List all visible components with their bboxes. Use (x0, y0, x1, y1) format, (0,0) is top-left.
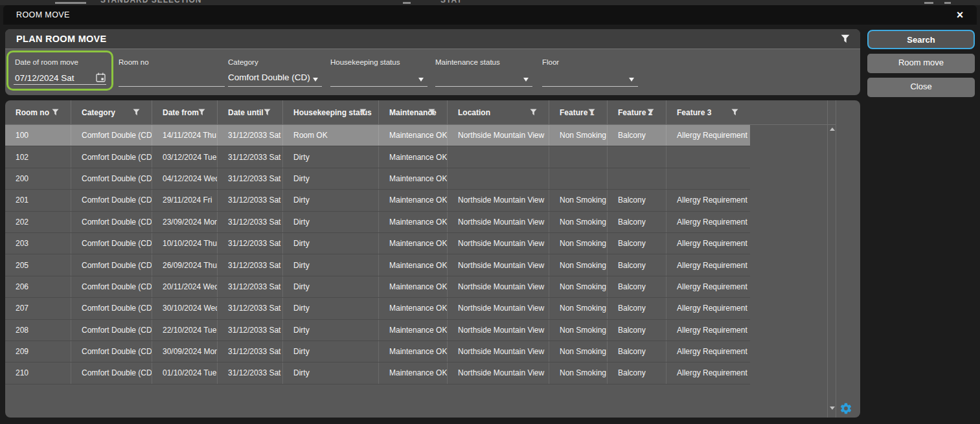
table-cell[interactable]: Dirty (283, 341, 379, 362)
table-cell[interactable]: Northside Mountain View (448, 125, 549, 146)
room-no-field[interactable]: Room no (119, 49, 225, 91)
table-cell[interactable]: 03/12/2024 Tue (152, 146, 218, 167)
table-cell[interactable]: Comfort Double (CD) (71, 125, 152, 146)
table-cell[interactable]: Dirty (283, 146, 379, 167)
table-cell[interactable]: 26/09/2024 Thu (152, 254, 218, 275)
table-cell[interactable]: Allergy Requirement (667, 363, 750, 383)
floor-dropdown[interactable]: Floor (542, 49, 638, 91)
maintenance-status-dropdown[interactable]: Maintenance status (435, 49, 532, 91)
table-cell[interactable]: Maintenance OK (379, 168, 448, 189)
table-cell[interactable]: Dirty (283, 298, 379, 318)
filter-icon[interactable] (198, 109, 205, 118)
table-cell[interactable]: 31/12/2033 Sat (218, 168, 283, 189)
table-cell[interactable]: Allergy Requirement (667, 254, 750, 275)
table-cell[interactable]: Dirty (283, 276, 379, 297)
header-cell-category[interactable]: Category (71, 100, 152, 124)
table-row-100[interactable]: 100Comfort Double (CD)14/11/2024 Thu31/1… (5, 125, 750, 146)
table-cell[interactable]: Comfort Double (CD) (71, 233, 152, 254)
table-cell[interactable]: 31/12/2033 Sat (218, 254, 283, 275)
table-cell[interactable]: Maintenance OK (379, 233, 448, 254)
table-cell[interactable]: Balcony (608, 298, 667, 318)
chevron-down-icon[interactable] (629, 78, 634, 82)
filter-icon[interactable] (841, 34, 850, 46)
header-cell-feature-1[interactable]: Feature 1 (549, 100, 608, 124)
table-cell[interactable]: Balcony (608, 276, 667, 297)
table-row-205[interactable]: 205Comfort Double (CD)26/09/2024 Thu31/1… (5, 254, 750, 276)
table-row-200[interactable]: 200Comfort Double (CD)04/12/2024 Wed31/1… (5, 168, 750, 190)
table-row-203[interactable]: 203Comfort Double (CD)10/10/2024 Thu31/1… (5, 233, 750, 254)
table-cell[interactable]: 23/09/2024 Mon (152, 212, 218, 232)
filter-icon[interactable] (52, 109, 59, 118)
table-cell[interactable]: 31/12/2033 Sat (218, 146, 283, 167)
table-cell[interactable]: 31/12/2033 Sat (218, 341, 283, 362)
table-cell[interactable]: Comfort Double (CD) (71, 212, 152, 232)
table-cell[interactable] (448, 146, 549, 167)
table-cell[interactable] (549, 146, 608, 167)
table-cell[interactable]: Dirty (283, 363, 379, 383)
table-cell[interactable]: 207 (5, 298, 71, 318)
table-cell[interactable]: 29/11/2024 Fri (152, 190, 218, 210)
table-cell[interactable]: Balcony (608, 320, 667, 340)
table-cell[interactable]: Comfort Double (CD) (71, 320, 152, 340)
table-row-206[interactable]: 206Comfort Double (CD)20/11/2024 Wed31/1… (5, 276, 750, 298)
table-cell[interactable]: 31/12/2033 Sat (218, 212, 283, 232)
table-cell[interactable]: Balcony (608, 254, 667, 275)
table-cell[interactable]: Allergy Requirement (667, 298, 750, 318)
table-cell[interactable]: 30/09/2024 Mon (152, 341, 218, 362)
table-cell[interactable]: 31/12/2033 Sat (218, 320, 283, 340)
scroll-up-icon[interactable] (830, 128, 835, 131)
category-value[interactable]: Comfort Double (CD) (228, 73, 310, 82)
table-cell[interactable] (448, 168, 549, 189)
table-cell[interactable]: 31/12/2033 Sat (218, 190, 283, 210)
date-of-room-move-value[interactable]: 07/12/2024 Sat (15, 73, 74, 83)
table-cell[interactable]: Maintenance OK (379, 363, 448, 383)
table-cell[interactable]: 20/11/2024 Wed (152, 276, 218, 297)
table-cell[interactable]: Comfort Double (CD) (71, 298, 152, 318)
header-cell-room-no[interactable]: Room no (5, 100, 71, 124)
housekeeping-status-dropdown[interactable]: Housekeeping status (330, 49, 427, 91)
filter-icon[interactable] (530, 109, 537, 118)
room-move-button[interactable]: Room move (867, 54, 975, 73)
table-cell[interactable]: 31/12/2033 Sat (218, 298, 283, 318)
table-cell[interactable]: Northside Mountain View (448, 363, 549, 383)
table-row-209[interactable]: 209Comfort Double (CD)30/09/2024 Mon31/1… (5, 341, 750, 363)
table-cell[interactable]: 30/10/2024 Wed (152, 298, 218, 318)
filter-icon[interactable] (264, 109, 271, 118)
table-cell[interactable]: Comfort Double (CD) (71, 341, 152, 362)
table-cell[interactable]: 31/12/2033 Sat (218, 276, 283, 297)
chevron-down-icon[interactable] (418, 78, 424, 82)
table-cell[interactable]: Non Smoking (549, 190, 608, 210)
header-cell-location[interactable]: Location (448, 100, 549, 124)
table-cell[interactable]: Non Smoking (549, 276, 608, 297)
table-row-210[interactable]: 210Comfort Double (CD)01/10/2024 Tue31/1… (5, 363, 750, 384)
filter-icon[interactable] (428, 109, 435, 118)
table-cell[interactable]: 31/12/2033 Sat (218, 125, 283, 146)
table-cell[interactable]: 01/10/2024 Tue (152, 363, 218, 383)
table-cell[interactable]: Dirty (283, 320, 379, 340)
table-cell[interactable]: Allergy Requirement (667, 125, 750, 146)
vertical-scrollbar[interactable] (827, 100, 836, 418)
table-cell[interactable]: Maintenance OK (379, 190, 448, 210)
table-cell[interactable]: Maintenance OK (379, 276, 448, 297)
table-cell[interactable]: Dirty (283, 254, 379, 275)
table-cell[interactable]: Non Smoking (549, 212, 608, 232)
table-cell[interactable]: 10/10/2024 Thu (152, 233, 218, 254)
table-cell[interactable]: Balcony (608, 363, 667, 383)
chevron-down-icon[interactable] (523, 78, 529, 82)
table-row-201[interactable]: 201Comfort Double (CD)29/11/2024 Fri31/1… (5, 190, 750, 211)
table-cell[interactable]: Maintenance OK (379, 254, 448, 275)
chevron-down-icon[interactable] (313, 78, 318, 82)
table-cell[interactable]: 14/11/2024 Thu (152, 125, 218, 146)
table-cell[interactable]: Non Smoking (549, 254, 608, 275)
table-cell[interactable]: Comfort Double (CD) (71, 190, 152, 210)
table-cell[interactable]: Balcony (608, 190, 667, 210)
table-cell[interactable]: Allergy Requirement (667, 320, 750, 340)
date-of-room-move-field[interactable]: Date of room move 07/12/2024 Sat (6, 50, 113, 91)
table-cell[interactable]: 100 (5, 125, 71, 146)
table-cell[interactable] (608, 168, 667, 189)
filter-icon[interactable] (647, 109, 654, 118)
table-cell[interactable]: Non Smoking (549, 341, 608, 362)
table-cell[interactable]: Allergy Requirement (667, 212, 750, 232)
table-cell[interactable]: Northside Mountain View (448, 190, 549, 210)
table-cell[interactable] (608, 146, 667, 167)
